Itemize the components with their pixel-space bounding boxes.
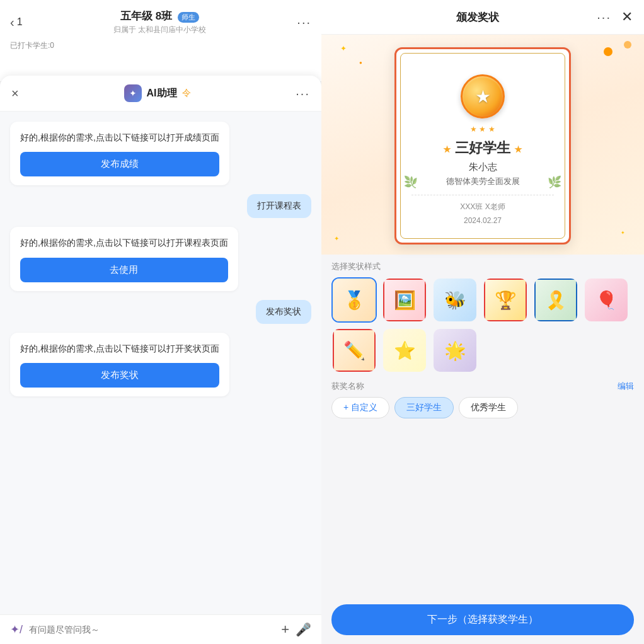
style-grid: 🥇 🖼️ 🐝 🏆 🎗️ 🎈 ✏️ ⭐ (331, 277, 634, 373)
style-thumb-5: 🎗️ (534, 279, 577, 321)
ai-title: AI助理 (147, 87, 177, 100)
style-thumb-7: ✏️ (333, 329, 376, 372)
cert-divider (411, 195, 554, 195)
style-item-9[interactable]: 🌟 (432, 328, 478, 373)
certificate-preview-area: ✦ ● ✦ ✦ ★ 🌿 🌿 ★ ★ ★ 三好学生 朱小志 德智体 (321, 35, 644, 255)
user-message-2: 发布奖状 (256, 300, 311, 324)
award-name-label: 获奖名称 (331, 381, 364, 392)
back-button[interactable]: ‹ 1 (10, 15, 23, 30)
style-thumb-8: ⭐ (383, 329, 426, 372)
award-header-right: ··· ✕ (597, 9, 633, 25)
award-tag-sanhao[interactable]: 三好学生 (394, 397, 454, 418)
award-name-edit-button[interactable]: 编辑 (618, 381, 634, 392)
class-page-bg: ‹ 1 五年级 8班 师生 归属于 太和县闫庙中小学校 ··· 已打卡学生:0 (0, 0, 321, 82)
spacer (321, 423, 644, 598)
ai-lightning-icon: 令 (182, 88, 191, 99)
style-thumb-3: 🐝 (434, 279, 476, 321)
bot-message-1: 好的,根据你的需求,点击以下链接可以打开成绩页面 发布成绩 (10, 122, 229, 185)
sparkle-1: ✦ (340, 44, 347, 53)
medal-star-icon: ★ (475, 86, 491, 107)
ai-messages: 好的,根据你的需求,点击以下链接可以打开成绩页面 发布成绩 打开课程表 好的,根… (0, 112, 321, 614)
style-item-3[interactable]: 🐝 (432, 277, 478, 323)
sparkle-2: ● (359, 60, 362, 66)
award-name-section: 获奖名称 编辑 + 自定义 三好学生 优秀学生 (321, 377, 644, 423)
style-item-7[interactable]: ✏️ (331, 328, 377, 373)
school-name: 归属于 太和县闫庙中小学校 (113, 25, 206, 35)
bot-text-3: 好的,根据你的需求,点击以下链接可以打开奖状页面 (20, 342, 219, 355)
style-label: 选择奖状样式 (331, 261, 634, 272)
user-message-1: 打开课程表 (247, 194, 311, 218)
left-panel: ‹ 1 五年级 8班 师生 归属于 太和县闫庙中小学校 ··· 已打卡学生:0 … (0, 0, 321, 644)
award-name-header: 获奖名称 编辑 (331, 381, 634, 392)
ai-input-field[interactable] (29, 624, 275, 635)
user-text-2: 发布奖状 (266, 306, 301, 316)
publish-award-button[interactable]: 发布奖状 (20, 363, 219, 388)
ai-logo-icon: ✦ (124, 84, 142, 102)
right-panel: 颁发奖状 ··· ✕ ✦ ● ✦ ✦ ★ 🌿 🌿 (321, 0, 644, 644)
ai-panel: × ✦ AI助理 令 ··· 好的,根据你的需求,点击以下链接可以打开成绩页面 … (0, 76, 321, 644)
add-custom-tag[interactable]: + 自定义 (331, 397, 389, 418)
bot-text-1: 好的,根据你的需求,点击以下链接可以打开成绩页面 (20, 130, 219, 144)
style-section: 选择奖状样式 🥇 🖼️ 🐝 🏆 🎗️ 🎈 ✏️ (321, 255, 644, 377)
bot-message-2: 好的,根据你的需求,点击以下链接可以打开课程表页面 去使用 (10, 227, 238, 290)
award-close-button[interactable]: ✕ (621, 9, 633, 25)
style-thumb-4: 🏆 (484, 279, 527, 321)
back-count: 1 (17, 16, 23, 28)
sparkle-4 (604, 47, 612, 56)
award-page-title: 颁发奖状 (456, 10, 499, 25)
award-header: 颁发奖状 ··· ✕ (321, 0, 644, 35)
back-chevron-icon: ‹ (10, 15, 14, 30)
ai-input-bar: ✦/ + 🎤 (0, 614, 321, 644)
ai-title-row: ✦ AI助理 令 (124, 84, 191, 102)
mic-icon[interactable]: 🎤 (296, 622, 311, 637)
cert-student-name: 朱小志 (411, 161, 554, 173)
cert-class-info: XXX班 X老师 2024.02.27 (411, 200, 554, 227)
wheat-right-icon: 🌿 (548, 175, 561, 189)
style-item-5[interactable]: 🎗️ (533, 277, 578, 323)
certificate-card: ★ 🌿 🌿 ★ ★ ★ 三好学生 朱小志 德智体美劳全面发展 XXX班 X老师 … (394, 47, 571, 244)
class-title-block: 五年级 8班 师生 归属于 太和县闫庙中小学校 (113, 9, 206, 35)
style-item-8[interactable]: ⭐ (382, 328, 427, 373)
bot-text-2: 好的,根据你的需求,点击以下链接可以打开课程表页面 (20, 236, 228, 250)
class-name: 五年级 8班 (120, 10, 172, 22)
award-name-tags: + 自定义 三好学生 优秀学生 (331, 397, 634, 418)
award-tag-youxiu[interactable]: 优秀学生 (459, 397, 518, 418)
style-thumb-1: 🥇 (333, 279, 376, 321)
sparkle-5: ✦ (621, 230, 625, 236)
next-step-button[interactable]: 下一步（选择获奖学生） (331, 604, 634, 635)
sparkle-3: ✦ (334, 235, 339, 242)
ai-header: × ✦ AI助理 令 ··· (0, 76, 321, 112)
cert-description: 德智体美劳全面发展 (411, 176, 554, 187)
style-thumb-6: 🎈 (585, 279, 628, 321)
go-use-button[interactable]: 去使用 (20, 258, 228, 282)
plus-icon[interactable]: + (281, 621, 289, 638)
cert-award-title: 三好学生 (411, 139, 554, 158)
style-item-1[interactable]: 🥇 (331, 277, 377, 323)
magic-icon: ✦/ (10, 623, 23, 636)
next-btn-area: 下一步（选择获奖学生） (321, 598, 644, 644)
style-thumb-2: 🖼️ (383, 279, 426, 321)
medal-circle: ★ (461, 74, 505, 118)
bot-message-3: 好的,根据你的需求,点击以下链接可以打开奖状页面 发布奖状 (10, 333, 229, 396)
style-item-6[interactable]: 🎈 (584, 277, 629, 323)
ai-more-button[interactable]: ··· (296, 86, 310, 101)
publish-grades-button[interactable]: 发布成绩 (20, 152, 219, 176)
award-more-button[interactable]: ··· (597, 10, 611, 25)
wheat-left-icon: 🌿 (404, 175, 418, 189)
cert-medal: ★ (457, 62, 508, 118)
cert-stars-row: ★ ★ ★ (411, 125, 554, 134)
style-thumb-9: 🌟 (434, 329, 476, 372)
style-item-2[interactable]: 🖼️ (382, 277, 427, 323)
class-header: ‹ 1 五年级 8班 师生 归属于 太和县闫庙中小学校 ··· (0, 0, 321, 39)
class-more-button[interactable]: ··· (297, 15, 311, 30)
ai-close-button[interactable]: × (11, 86, 19, 101)
style-item-4[interactable]: 🏆 (483, 277, 528, 323)
class-tag: 师生 (178, 12, 199, 23)
checkin-info: 已打卡学生:0 (0, 39, 321, 52)
user-text-1: 打开课程表 (257, 200, 301, 210)
